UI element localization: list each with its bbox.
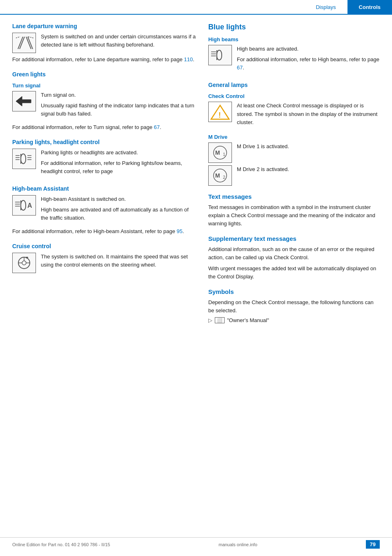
check-control-svg: ! [209,103,231,121]
cruise-control-text: The system is switched on. It maintains … [41,253,196,273]
blue-lights-title: Blue lights [208,23,380,31]
lane-departure-link[interactable]: 110 [184,56,193,62]
high-beams-text: High beams are activated. For additional… [237,45,380,74]
symbols-title: Symbols [208,288,380,295]
m-drive-2-svg: M 2 [209,167,231,185]
svg-line-4 [16,37,20,38]
m-drive-subtitle: M Drive [208,134,380,140]
m-drive-2-icon: M 2 [208,165,232,186]
header-tabs: Displays Controls [304,0,392,14]
svg-marker-6 [16,96,31,106]
m-drive-1-icon: M 1 [208,142,232,163]
high-beam-assistant-text: High-beam Assistant is switched on. High… [41,195,196,225]
supplementary-section: Supplementary text messages Additional i… [208,235,380,281]
cruise-svg [13,254,35,272]
parking-lights-title: Parking lights, headlight control [12,139,196,145]
symbols-body: Depending on the Check Control message, … [208,298,380,315]
cruise-control-section: Cruise control The system is s [12,243,196,273]
m-drive-2-row: M 2 M Drive 2 is activated. [208,165,380,186]
lane-departure-ref: For additional information, refer to Lan… [12,56,196,64]
cruise-control-row: The system is switched on. It maintains … [12,253,196,273]
m-drive-1-row: M 1 M Drive 1 is activated. [208,142,380,163]
page-number: 79 [366,540,380,549]
symbols-bullet-1: ▷ ⬜ "Owner's Manual" [208,317,380,323]
svg-text:2: 2 [223,175,225,180]
page-header: Displays Controls [0,0,392,15]
svg-rect-18 [21,200,26,210]
text-messages-body: Text messages in combination with a symb… [208,203,380,228]
lane-departure-row: System is switched on and under certain … [12,33,196,53]
svg-rect-10 [21,154,26,164]
green-lights-title: Green lights [12,71,196,78]
left-column: Lane departure warning System is switche… [12,23,196,325]
parking-lights-icon [12,149,36,169]
green-lights-section: Green lights Turn signal Turn signal on.… [12,71,196,131]
m-drive-1-svg: M 1 [209,144,231,162]
cruise-control-title: Cruise control [12,243,196,249]
turn-signal-icon [12,91,36,111]
parking-lights-row: Parking lights or headlights are activat… [12,149,196,178]
supplementary-body1: Additional information, such as on the c… [208,245,380,262]
turn-signal-row: Turn signal on. Unusually rapid flashing… [12,91,196,120]
tab-displays[interactable]: Displays [304,0,347,14]
tab-controls[interactable]: Controls [347,0,392,14]
check-control-row: ! At least one Check Control message is … [208,102,380,129]
high-beam-assistant-title: High-beam Assistant [12,185,196,192]
svg-line-5 [28,37,33,38]
high-beam-assistant-section: High-beam Assistant A [12,185,196,236]
turn-signal-svg [14,93,34,109]
check-control-text: At least one Check Control message is di… [237,102,380,129]
owners-manual-icon: ⬜ [215,317,225,323]
lane-departure-section: Lane departure warning System is switche… [12,23,196,64]
turn-signal-ref: For additional information, refer to Tur… [12,123,196,131]
svg-text:M: M [215,149,220,156]
m-drive-1-text: M Drive 1 is activated. [237,142,380,163]
svg-text:1: 1 [223,152,225,157]
text-messages-title: Text messages [208,193,380,200]
lane-departure-title: Lane departure warning [12,23,196,29]
turn-signal-link[interactable]: 67 [154,124,160,130]
text-messages-section: Text messages Text messages in combinati… [208,193,380,228]
supplementary-body2: With urgent messages the added text will… [208,265,380,281]
symbols-section: Symbols Depending on the Check Control m… [208,288,380,323]
svg-text:!: ! [218,111,221,119]
svg-text:A: A [27,202,32,209]
bullet-arrow-icon: ▷ [208,317,212,323]
svg-point-22 [22,261,26,265]
svg-rect-26 [26,257,28,258]
parking-lights-svg [13,150,35,168]
m-drive-2-text: M Drive 2 is activated. [237,165,380,186]
supplementary-title: Supplementary text messages [208,235,380,242]
owners-manual-text: "Owner's Manual" [227,317,269,323]
cruise-control-icon [12,253,36,273]
parking-lights-text: Parking lights or headlights are activat… [41,149,196,178]
page-footer: Online Edition for Part no. 01 40 2 960 … [0,537,392,549]
lane-departure-svg [14,35,34,51]
footer-left-text: Online Edition for Part no. 01 40 2 960 … [12,542,110,547]
right-column: Blue lights High beams High b [208,23,380,325]
parking-lights-section: Parking lights, headlight control [12,139,196,178]
lane-departure-icon [12,33,36,53]
high-beams-svg [209,46,231,64]
hba-svg: A [13,196,35,214]
high-beams-subtitle: High beams [208,36,380,42]
high-beams-icon [208,45,232,65]
turn-signal-subtitle: Turn signal [12,82,196,89]
high-beam-assistant-row: A High-beam Assistant is switched on. Hi… [12,195,196,225]
check-control-icon: ! [208,102,232,122]
blue-lights-section: Blue lights High beams High b [208,23,380,74]
check-control-subtitle: Check Control [208,93,380,99]
hba-link[interactable]: 95 [176,228,182,234]
general-lamps-section: General lamps Check Control ! At least o… [208,82,380,185]
general-lamps-title: General lamps [208,82,380,88]
main-content: Lane departure warning System is switche… [0,15,392,333]
turn-signal-text: Turn signal on. Unusually rapid flashing… [41,91,196,120]
svg-text:M: M [215,172,220,179]
lane-departure-text: System is switched on and under certain … [41,33,196,53]
high-beams-link[interactable]: 67 [237,64,243,71]
high-beams-row: High beams are activated. For additional… [208,45,380,74]
hba-ref: For additional information, refer to Hig… [12,227,196,236]
high-beam-assistant-icon: A [12,195,36,216]
footer-right-text: manuals online.info [218,542,257,547]
svg-rect-30 [217,50,222,60]
